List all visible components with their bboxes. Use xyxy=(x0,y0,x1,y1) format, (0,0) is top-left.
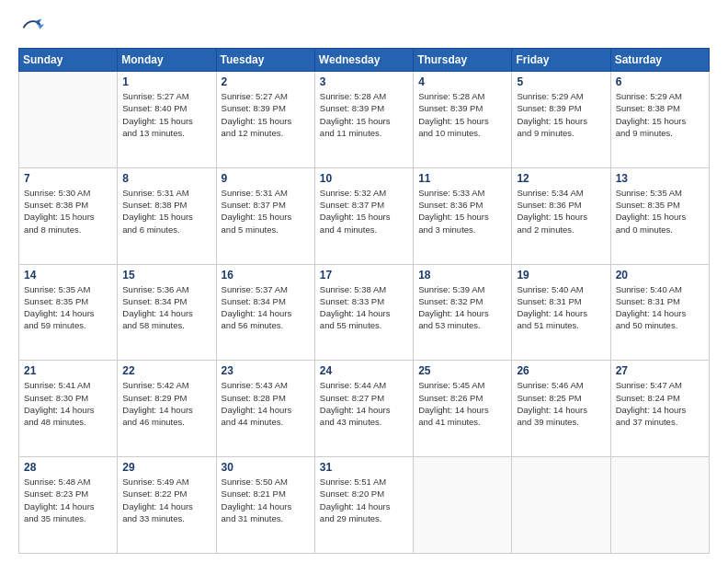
calendar-header-friday: Friday xyxy=(512,49,610,72)
day-number: 17 xyxy=(320,269,408,282)
day-info: Sunrise: 5:28 AMSunset: 8:39 PMDaylight:… xyxy=(320,90,408,139)
day-info: Sunrise: 5:45 AMSunset: 8:26 PMDaylight:… xyxy=(418,379,506,428)
calendar-cell: 19Sunrise: 5:40 AMSunset: 8:31 PMDayligh… xyxy=(512,264,610,361)
calendar-week-row: 14Sunrise: 5:35 AMSunset: 8:35 PMDayligh… xyxy=(19,264,710,361)
page: SundayMondayTuesdayWednesdayThursdayFrid… xyxy=(0,0,728,563)
day-number: 13 xyxy=(616,172,704,185)
calendar-cell: 15Sunrise: 5:36 AMSunset: 8:34 PMDayligh… xyxy=(118,264,216,361)
calendar-header-row: SundayMondayTuesdayWednesdayThursdayFrid… xyxy=(19,49,710,72)
day-number: 23 xyxy=(222,364,310,377)
day-info: Sunrise: 5:41 AMSunset: 8:30 PMDaylight:… xyxy=(24,379,112,428)
day-number: 20 xyxy=(616,269,704,282)
day-number: 2 xyxy=(222,75,310,88)
day-number: 14 xyxy=(24,269,112,282)
day-number: 19 xyxy=(517,269,605,282)
calendar-cell xyxy=(512,457,610,554)
calendar: SundayMondayTuesdayWednesdayThursdayFrid… xyxy=(18,48,710,554)
calendar-cell: 13Sunrise: 5:35 AMSunset: 8:35 PMDayligh… xyxy=(610,167,709,264)
day-number: 22 xyxy=(122,364,210,377)
logo xyxy=(18,15,48,40)
calendar-cell: 2Sunrise: 5:27 AMSunset: 8:39 PMDaylight… xyxy=(216,72,314,168)
calendar-cell: 4Sunrise: 5:28 AMSunset: 8:39 PMDaylight… xyxy=(414,72,512,168)
day-number: 10 xyxy=(320,172,408,185)
calendar-cell xyxy=(19,72,118,168)
calendar-cell: 11Sunrise: 5:33 AMSunset: 8:36 PMDayligh… xyxy=(414,167,512,264)
day-info: Sunrise: 5:51 AMSunset: 8:20 PMDaylight:… xyxy=(320,476,408,524)
day-info: Sunrise: 5:29 AMSunset: 8:39 PMDaylight:… xyxy=(517,90,605,139)
calendar-cell xyxy=(414,457,512,554)
day-info: Sunrise: 5:48 AMSunset: 8:23 PMDaylight:… xyxy=(24,476,112,524)
calendar-cell: 12Sunrise: 5:34 AMSunset: 8:36 PMDayligh… xyxy=(512,167,610,264)
day-number: 5 xyxy=(517,75,605,88)
day-info: Sunrise: 5:43 AMSunset: 8:28 PMDaylight:… xyxy=(222,379,310,428)
day-number: 8 xyxy=(122,172,210,185)
calendar-week-row: 7Sunrise: 5:30 AMSunset: 8:38 PMDaylight… xyxy=(19,167,710,264)
calendar-cell: 26Sunrise: 5:46 AMSunset: 8:25 PMDayligh… xyxy=(512,361,610,457)
day-number: 21 xyxy=(24,364,112,377)
day-number: 29 xyxy=(122,461,210,474)
calendar-header-sunday: Sunday xyxy=(19,49,118,72)
calendar-cell xyxy=(610,457,709,554)
day-info: Sunrise: 5:35 AMSunset: 8:35 PMDaylight:… xyxy=(616,187,704,236)
calendar-cell: 28Sunrise: 5:48 AMSunset: 8:23 PMDayligh… xyxy=(19,457,118,554)
day-number: 16 xyxy=(222,269,310,282)
calendar-cell: 29Sunrise: 5:49 AMSunset: 8:22 PMDayligh… xyxy=(118,457,216,554)
day-number: 3 xyxy=(320,75,408,88)
day-info: Sunrise: 5:46 AMSunset: 8:25 PMDaylight:… xyxy=(517,379,605,428)
day-number: 1 xyxy=(122,75,210,88)
day-number: 6 xyxy=(616,75,704,88)
calendar-header-saturday: Saturday xyxy=(610,49,709,72)
calendar-header-wednesday: Wednesday xyxy=(314,49,413,72)
calendar-cell: 25Sunrise: 5:45 AMSunset: 8:26 PMDayligh… xyxy=(414,361,512,457)
day-number: 31 xyxy=(320,461,408,474)
calendar-cell: 31Sunrise: 5:51 AMSunset: 8:20 PMDayligh… xyxy=(314,457,413,554)
day-number: 11 xyxy=(418,172,506,185)
day-info: Sunrise: 5:28 AMSunset: 8:39 PMDaylight:… xyxy=(418,90,506,139)
day-info: Sunrise: 5:31 AMSunset: 8:38 PMDaylight:… xyxy=(122,187,210,236)
header xyxy=(18,15,710,40)
calendar-week-row: 1Sunrise: 5:27 AMSunset: 8:40 PMDaylight… xyxy=(19,72,710,168)
calendar-cell: 1Sunrise: 5:27 AMSunset: 8:40 PMDaylight… xyxy=(118,72,216,168)
day-info: Sunrise: 5:40 AMSunset: 8:31 PMDaylight:… xyxy=(517,283,605,332)
calendar-cell: 3Sunrise: 5:28 AMSunset: 8:39 PMDaylight… xyxy=(314,72,413,168)
calendar-week-row: 28Sunrise: 5:48 AMSunset: 8:23 PMDayligh… xyxy=(19,457,710,554)
day-info: Sunrise: 5:40 AMSunset: 8:31 PMDaylight:… xyxy=(616,283,704,332)
day-info: Sunrise: 5:29 AMSunset: 8:38 PMDaylight:… xyxy=(616,90,704,139)
day-info: Sunrise: 5:36 AMSunset: 8:34 PMDaylight:… xyxy=(122,283,210,332)
day-number: 30 xyxy=(222,461,310,474)
calendar-week-row: 21Sunrise: 5:41 AMSunset: 8:30 PMDayligh… xyxy=(19,361,710,457)
day-number: 12 xyxy=(517,172,605,185)
calendar-cell: 22Sunrise: 5:42 AMSunset: 8:29 PMDayligh… xyxy=(118,361,216,457)
calendar-cell: 23Sunrise: 5:43 AMSunset: 8:28 PMDayligh… xyxy=(216,361,314,457)
calendar-cell: 8Sunrise: 5:31 AMSunset: 8:38 PMDaylight… xyxy=(118,167,216,264)
day-number: 25 xyxy=(418,364,506,377)
day-info: Sunrise: 5:30 AMSunset: 8:38 PMDaylight:… xyxy=(24,187,112,236)
day-number: 15 xyxy=(122,269,210,282)
calendar-cell: 10Sunrise: 5:32 AMSunset: 8:37 PMDayligh… xyxy=(314,167,413,264)
day-number: 18 xyxy=(418,269,506,282)
day-info: Sunrise: 5:34 AMSunset: 8:36 PMDaylight:… xyxy=(517,187,605,236)
day-number: 4 xyxy=(418,75,506,88)
calendar-cell: 16Sunrise: 5:37 AMSunset: 8:34 PMDayligh… xyxy=(216,264,314,361)
day-number: 26 xyxy=(517,364,605,377)
day-info: Sunrise: 5:32 AMSunset: 8:37 PMDaylight:… xyxy=(320,187,408,236)
calendar-cell: 27Sunrise: 5:47 AMSunset: 8:24 PMDayligh… xyxy=(610,361,709,457)
day-number: 9 xyxy=(222,172,310,185)
day-number: 28 xyxy=(24,461,112,474)
day-info: Sunrise: 5:42 AMSunset: 8:29 PMDaylight:… xyxy=(122,379,210,428)
day-info: Sunrise: 5:37 AMSunset: 8:34 PMDaylight:… xyxy=(222,283,310,332)
day-number: 24 xyxy=(320,364,408,377)
day-info: Sunrise: 5:38 AMSunset: 8:33 PMDaylight:… xyxy=(320,283,408,332)
calendar-header-tuesday: Tuesday xyxy=(216,49,314,72)
calendar-cell: 21Sunrise: 5:41 AMSunset: 8:30 PMDayligh… xyxy=(19,361,118,457)
calendar-cell: 30Sunrise: 5:50 AMSunset: 8:21 PMDayligh… xyxy=(216,457,314,554)
calendar-header-thursday: Thursday xyxy=(414,49,512,72)
day-info: Sunrise: 5:35 AMSunset: 8:35 PMDaylight:… xyxy=(24,283,112,332)
day-number: 27 xyxy=(616,364,704,377)
calendar-cell: 24Sunrise: 5:44 AMSunset: 8:27 PMDayligh… xyxy=(314,361,413,457)
calendar-cell: 6Sunrise: 5:29 AMSunset: 8:38 PMDaylight… xyxy=(610,72,709,168)
calendar-cell: 9Sunrise: 5:31 AMSunset: 8:37 PMDaylight… xyxy=(216,167,314,264)
calendar-header-monday: Monday xyxy=(118,49,216,72)
day-info: Sunrise: 5:33 AMSunset: 8:36 PMDaylight:… xyxy=(418,187,506,236)
calendar-cell: 5Sunrise: 5:29 AMSunset: 8:39 PMDaylight… xyxy=(512,72,610,168)
